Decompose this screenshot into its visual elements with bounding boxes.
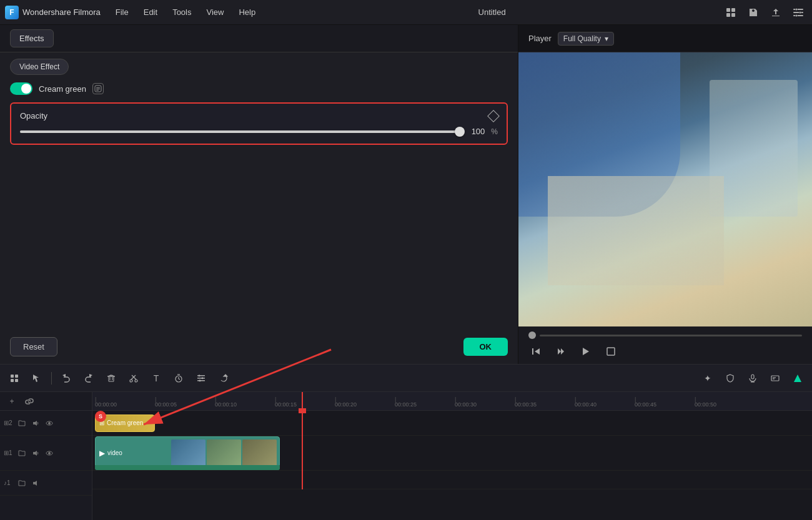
- upload-icon[interactable]: [767, 4, 785, 21]
- svg-rect-22: [607, 348, 615, 355]
- track-1-folder-icon[interactable]: [16, 448, 27, 459]
- opacity-slider-thumb[interactable]: [455, 127, 465, 137]
- timeline-content: 00:00:00 00:00:05 00:00:10 00:00:15 00:0…: [92, 392, 812, 520]
- svg-rect-5: [793, 12, 803, 13]
- track-1-eye-icon[interactable]: [44, 448, 55, 459]
- effect-name-label: Cream green: [39, 84, 86, 94]
- svg-rect-25: [11, 379, 14, 382]
- progress-track[interactable]: [540, 335, 802, 336]
- timeline-ruler: 00:00:00 00:00:05 00:00:10 00:00:15 00:0…: [92, 392, 812, 411]
- save-icon[interactable]: [745, 4, 762, 21]
- effects-body: Video Effect Cream green Opacity: [0, 52, 518, 330]
- svg-marker-19: [558, 348, 561, 355]
- svg-marker-61: [33, 481, 37, 486]
- svg-rect-42: [197, 378, 205, 379]
- step-back-button[interactable]: [528, 344, 543, 359]
- opacity-unit: %: [491, 127, 498, 136]
- menu-file[interactable]: File: [109, 5, 135, 19]
- track-1-volume-icon[interactable]: [30, 448, 41, 459]
- quality-value: Full Quality: [563, 34, 601, 43]
- text-tool[interactable]: T: [147, 369, 166, 388]
- reset-button[interactable]: Reset: [10, 337, 57, 356]
- track-2-eye-icon[interactable]: [44, 418, 55, 429]
- track-music-folder-icon[interactable]: [16, 478, 27, 489]
- svg-rect-23: [11, 375, 14, 378]
- shield-tool[interactable]: [721, 369, 740, 388]
- adjust-tool[interactable]: [192, 369, 210, 388]
- ruler-mark-2: 00:00:10: [215, 401, 275, 408]
- window-title: Untitled: [478, 7, 506, 17]
- svg-rect-16: [96, 90, 99, 91]
- app-name: Wondershare Filmora: [22, 7, 101, 17]
- svg-point-12: [796, 14, 798, 16]
- track-num-2: ⊞2: [4, 419, 14, 426]
- caption-tool[interactable]: [766, 369, 785, 388]
- ruler-mark-4: 00:00:20: [335, 401, 395, 408]
- track-2-folder-icon[interactable]: [16, 418, 27, 429]
- svg-point-45: [202, 377, 204, 379]
- fullscreen-button[interactable]: [603, 344, 618, 359]
- layout-icon[interactable]: [722, 4, 740, 21]
- color-grade-tool[interactable]: [788, 369, 807, 388]
- ruler-mark-0: 00:00:00: [95, 401, 155, 408]
- play-slow-button[interactable]: [553, 344, 568, 359]
- opacity-slider-track[interactable]: [20, 130, 460, 133]
- svg-rect-14: [96, 87, 100, 88]
- video-effect-button[interactable]: Video Effect: [10, 59, 69, 75]
- svg-point-34: [135, 380, 137, 382]
- svg-marker-20: [561, 348, 564, 355]
- svg-rect-43: [197, 380, 205, 381]
- redo-tool[interactable]: [79, 369, 98, 388]
- player-quality-select[interactable]: Full Quality ▾: [558, 32, 614, 46]
- track-2-volume-icon[interactable]: [30, 418, 41, 429]
- track-row-1: ⊞1: [0, 436, 92, 471]
- play-button[interactable]: [578, 344, 593, 359]
- svg-line-36: [132, 375, 136, 380]
- svg-marker-17: [535, 348, 540, 355]
- track-music-volume-icon[interactable]: [30, 478, 41, 489]
- ruler-mark-9: 00:00:45: [635, 401, 695, 408]
- toolbar-divider-1: [51, 372, 52, 385]
- ok-button[interactable]: OK: [463, 338, 508, 356]
- add-track-button[interactable]: +: [5, 395, 19, 408]
- mic-tool[interactable]: [743, 369, 762, 388]
- sparkle-tool[interactable]: ✦: [698, 369, 717, 388]
- progress-dot[interactable]: [528, 331, 536, 339]
- menu-tools[interactable]: Tools: [166, 5, 197, 19]
- playback-controls: [528, 344, 802, 359]
- svg-line-35: [131, 375, 136, 380]
- svg-point-10: [800, 11, 801, 13]
- app-logo: F Wondershare Filmora: [5, 6, 101, 19]
- select-tool[interactable]: [5, 369, 24, 388]
- menu-edit[interactable]: Edit: [137, 5, 164, 19]
- undo-tool[interactable]: [57, 369, 76, 388]
- video-color-bar: [95, 465, 280, 470]
- svg-line-39: [179, 379, 180, 380]
- menu-help[interactable]: Help: [232, 5, 262, 19]
- cut-tool[interactable]: [124, 369, 143, 388]
- opacity-value: 100: [466, 127, 485, 136]
- timeline-area: T ✦: [0, 364, 812, 520]
- app-logo-icon: F: [5, 6, 19, 19]
- svg-rect-24: [15, 375, 18, 378]
- timer-tool[interactable]: [169, 369, 188, 388]
- menu-view[interactable]: View: [200, 5, 230, 19]
- effects-tab[interactable]: Effects: [10, 29, 54, 47]
- effect-toggle[interactable]: [10, 82, 32, 95]
- timeline-toolbar: T ✦: [0, 365, 812, 392]
- arrow-tool[interactable]: [27, 369, 46, 388]
- effect-info-icon[interactable]: [92, 83, 104, 94]
- player-video-area: [518, 52, 812, 326]
- rotate-tool[interactable]: [214, 369, 233, 388]
- svg-marker-27: [33, 375, 39, 382]
- svg-rect-3: [731, 13, 735, 17]
- opacity-header: Opacity: [20, 111, 498, 120]
- link-button[interactable]: [22, 395, 36, 408]
- keyframe-diamond[interactable]: [487, 110, 500, 122]
- ruler-mark-1: 00:00:05: [155, 401, 215, 408]
- delete-tool[interactable]: [102, 369, 121, 388]
- effect-clip-label: Cream green: [107, 419, 143, 426]
- svg-rect-1: [731, 8, 735, 12]
- settings-icon[interactable]: [790, 4, 807, 21]
- svg-rect-0: [726, 8, 730, 12]
